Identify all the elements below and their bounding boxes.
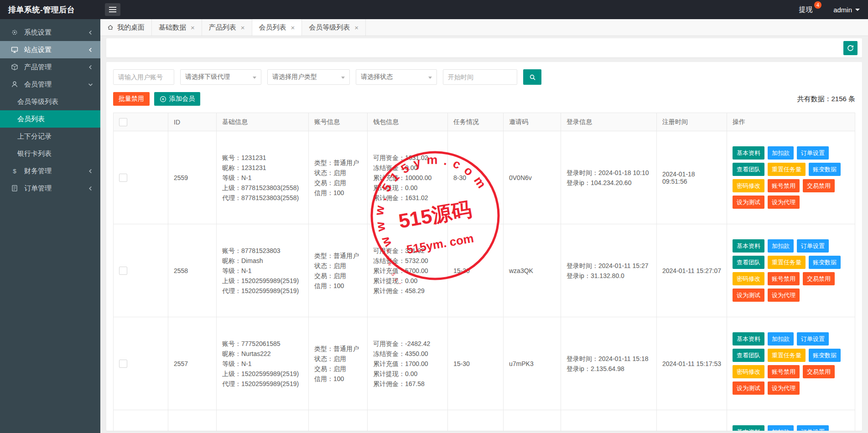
sidebar-item-bank-card-list[interactable]: 银行卡列表 — [0, 145, 100, 162]
sidebar-item-updown-records[interactable]: 上下分记录 — [0, 128, 100, 145]
sidebar-item-label: 会员等级列表 — [17, 98, 58, 105]
set-agent-button[interactable]: 设为代理 — [768, 289, 800, 302]
set-test-button[interactable]: 设为测试 — [733, 289, 764, 302]
cell-account-info: 类型：普通用户状态：启用交易：启用信用：100 — [309, 317, 368, 410]
sidebar-item-label: 站点设置 — [24, 46, 52, 54]
sidebar-item-member-management[interactable]: 会员管理 — [0, 76, 100, 93]
change-password-button[interactable]: 密码修改 — [733, 272, 764, 285]
basic-info-button[interactable]: 基本资料 — [733, 146, 764, 160]
tab-member-list[interactable]: 会员列表× — [252, 19, 302, 36]
view-team-button[interactable]: 查看团队 — [733, 163, 764, 176]
set-agent-button[interactable]: 设为代理 — [768, 196, 800, 209]
start-time-input[interactable] — [443, 69, 517, 85]
disable-trade-button[interactable]: 交易禁用 — [803, 179, 835, 192]
cell-wallet-info: 可用资金：1631.02冻结资金：0.00累计充值：10000.00累计提现：0… — [368, 131, 448, 224]
withdraw-link[interactable]: 提现 4 — [799, 5, 812, 14]
filter-row: 请选择下级代理 请选择用户类型 请选择状态 — [113, 69, 855, 85]
row-checkbox[interactable] — [119, 360, 127, 368]
view-team-button[interactable]: 查看团队 — [733, 256, 764, 269]
sidebar-item-member-list[interactable]: 会员列表 — [0, 110, 100, 128]
sidebar-item-finance-management[interactable]: $财务管理 — [0, 162, 100, 180]
tab-desktop[interactable]: 我的桌面 — [100, 19, 152, 36]
set-test-button[interactable]: 设为测试 — [733, 196, 764, 209]
search-button[interactable] — [523, 69, 541, 85]
cell-basic-info: 账号：77752061585昵称：Nurtas222等级：N-1上级：15202… — [217, 317, 309, 410]
change-password-button[interactable]: 密码修改 — [733, 365, 764, 378]
sidebar-item-label: 上下分记录 — [17, 132, 52, 140]
order-settings-button[interactable]: 订单设置 — [797, 146, 829, 160]
reset-task-button[interactable]: 重置任务量 — [768, 349, 806, 362]
cell-invite-code — [504, 410, 561, 431]
tab-close-icon[interactable]: × — [291, 24, 295, 31]
tab-product-list[interactable]: 产品列表× — [202, 19, 252, 36]
account-changes-button[interactable]: 账变数据 — [809, 256, 841, 269]
table-header-row: ID基础信息账号信息钱包信息任务情况邀请码登录信息注册时间操作 — [114, 113, 855, 131]
action-line: 设为测试设为代理 — [733, 381, 849, 395]
menu-toggle-button[interactable] — [105, 3, 120, 16]
tab-label: 我的桌面 — [117, 23, 145, 32]
plus-circle-icon — [160, 96, 166, 103]
add-deduct-button[interactable]: 加扣款 — [768, 425, 794, 431]
cell-register-time: 2024-01-18 09:51:56 — [657, 131, 727, 224]
cell-login-info: 登录时间：2024-01-11 15:18登录ip：2.135.64.98 — [561, 317, 657, 410]
add-deduct-button[interactable]: 加扣款 — [768, 332, 794, 345]
search-icon — [529, 74, 536, 81]
disable-trade-button[interactable]: 交易禁用 — [803, 365, 835, 378]
member-list-panel: 请选择下级代理 请选择用户类型 请选择状态 — [106, 62, 862, 431]
agent-select-value: 请选择下级代理 — [185, 73, 230, 81]
agent-select[interactable]: 请选择下级代理 — [180, 69, 261, 85]
sidebar-item-order-management[interactable]: 订单管理 — [0, 180, 100, 197]
sidebar-item-member-level-list[interactable]: 会员等级列表 — [0, 93, 100, 110]
action-line: 基本资料加扣款订单设置 — [733, 146, 849, 160]
order-settings-button[interactable]: 订单设置 — [797, 239, 829, 253]
user-menu[interactable]: admin — [833, 6, 860, 14]
batch-disable-button[interactable]: 批量禁用 — [113, 92, 150, 106]
basic-info-button[interactable]: 基本资料 — [733, 239, 764, 253]
disable-trade-button[interactable]: 交易禁用 — [803, 272, 835, 285]
sidebar-item-product-management[interactable]: 产品管理 — [0, 58, 100, 76]
cell-account-info: 类型：普通用户状态：启用交易：启用信用：100 — [309, 131, 368, 224]
basic-info-button[interactable]: 基本资料 — [733, 332, 764, 345]
order-settings-button[interactable]: 订单设置 — [797, 425, 829, 431]
reset-task-button[interactable]: 重置任务量 — [768, 256, 806, 269]
add-member-button[interactable]: 添加会员 — [154, 92, 200, 106]
dollar-icon: $ — [11, 167, 19, 175]
content-area: 请选择下级代理 请选择用户类型 请选择状态 — [100, 36, 868, 433]
user-type-select-value: 请选择用户类型 — [272, 73, 317, 81]
tab-member-level-list[interactable]: 会员等级列表× — [302, 19, 366, 36]
order-settings-button[interactable]: 订单设置 — [797, 332, 829, 345]
cell-basic-info: 账号：1231231昵称：1231231等级：N-1上级：87781523803… — [217, 131, 309, 224]
tab-close-icon[interactable]: × — [241, 24, 245, 31]
disable-account-button[interactable]: 账号禁用 — [768, 272, 800, 285]
view-team-button[interactable]: 查看团队 — [733, 349, 764, 362]
sidebar-item-site-settings[interactable]: 站点设置 — [0, 41, 100, 58]
disable-account-button[interactable]: 账号禁用 — [768, 179, 800, 192]
tab-basic-data[interactable]: 基础数据× — [152, 19, 202, 36]
cell-task: 8-30 — [448, 131, 504, 224]
row-checkbox[interactable] — [119, 174, 127, 182]
change-password-button[interactable]: 密码修改 — [733, 179, 764, 192]
reset-task-button[interactable]: 重置任务量 — [768, 163, 806, 176]
action-line: 基本资料加扣款订单设置 — [733, 239, 849, 253]
account-changes-button[interactable]: 账变数据 — [809, 349, 841, 362]
set-agent-button[interactable]: 设为代理 — [768, 381, 800, 395]
refresh-button[interactable] — [843, 41, 858, 55]
sidebar-item-label: 订单管理 — [24, 184, 52, 193]
basic-info-button[interactable]: 基本资料 — [733, 425, 764, 431]
add-deduct-button[interactable]: 加扣款 — [768, 146, 794, 160]
tab-close-icon[interactable]: × — [191, 24, 195, 31]
tab-close-icon[interactable]: × — [354, 24, 359, 31]
account-input[interactable] — [113, 69, 174, 85]
account-changes-button[interactable]: 账变数据 — [809, 163, 841, 176]
user-icon — [11, 81, 19, 88]
user-type-select[interactable]: 请选择用户类型 — [267, 69, 350, 85]
disable-account-button[interactable]: 账号禁用 — [768, 365, 800, 378]
action-line: 设为测试设为代理 — [733, 196, 849, 209]
sidebar-item-system-settings[interactable]: 系统设置 — [0, 24, 100, 41]
add-deduct-button[interactable]: 加扣款 — [768, 239, 794, 253]
row-checkbox[interactable] — [119, 267, 127, 275]
column-header: 注册时间 — [657, 113, 727, 131]
set-test-button[interactable]: 设为测试 — [733, 381, 764, 395]
status-select[interactable]: 请选择状态 — [356, 69, 437, 85]
select-all-checkbox[interactable] — [119, 118, 127, 126]
